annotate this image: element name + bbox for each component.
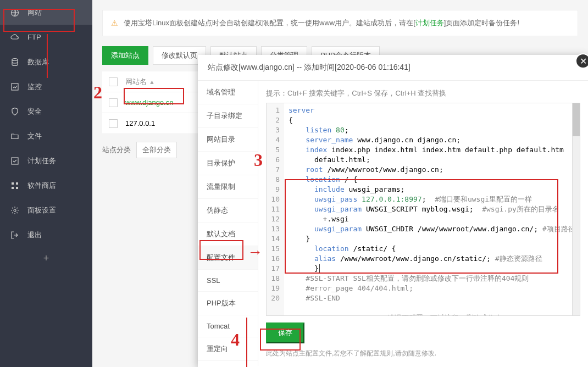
sidebar-item-label: 监控 bbox=[27, 82, 42, 92]
sidebar-item-label: 网站 bbox=[27, 8, 42, 18]
sidebar-item-label: 安全 bbox=[27, 107, 42, 116]
database-icon bbox=[10, 57, 20, 67]
sidebar-item-check[interactable]: 计划任务 bbox=[0, 148, 92, 173]
svg-rect-2 bbox=[12, 84, 18, 90]
dialog-tab[interactable]: 配置文件 bbox=[198, 246, 258, 270]
dialog-tab[interactable]: SSL bbox=[198, 270, 258, 292]
alert-text-post: ]页面添加定时备份任务! bbox=[444, 19, 519, 27]
config-tip: 此处为站点主配置文件,若您不了解配置规则,请勿随意修改. bbox=[266, 349, 580, 358]
check-icon bbox=[10, 156, 20, 166]
category-select[interactable]: 全部分类 bbox=[136, 142, 177, 158]
sidebar-item-globe[interactable]: 网站 bbox=[0, 0, 92, 25]
svg-rect-3 bbox=[12, 158, 18, 164]
svg-point-1 bbox=[12, 58, 18, 60]
grid-icon bbox=[10, 181, 20, 191]
config-editor[interactable]: 1234567891011121314151617181920 server{ … bbox=[266, 103, 580, 316]
save-button[interactable]: 保存 bbox=[266, 322, 304, 343]
svg-rect-7 bbox=[16, 187, 18, 189]
alert-banner: ⚠ 使用宝塔Linux面板创建站点时会自动创建权限配置，统一使用www用户。建站… bbox=[102, 10, 578, 36]
sidebar-item-exit[interactable]: 退出 bbox=[0, 223, 92, 247]
sidebar-item-label: 面板设置 bbox=[27, 205, 56, 215]
sidebar-item-database[interactable]: 数据库 bbox=[0, 49, 92, 74]
row-checkbox[interactable] bbox=[109, 98, 118, 107]
globe-icon bbox=[10, 8, 20, 18]
dialog-tab[interactable]: Tomcat bbox=[198, 315, 258, 337]
alert-text-pre: 使用宝塔Linux面板创建站点时会自动创建权限配置，统一使用www用户。建站成功… bbox=[124, 19, 415, 27]
exit-icon bbox=[10, 230, 20, 240]
select-all-checkbox[interactable] bbox=[109, 77, 118, 86]
sidebar-item-label: FTP bbox=[27, 33, 41, 41]
shield-icon bbox=[10, 107, 20, 116]
add-site-button[interactable]: 添加站点 bbox=[102, 46, 148, 65]
row-checkbox[interactable] bbox=[109, 119, 118, 128]
dialog-tab[interactable]: 域名管理 bbox=[198, 81, 258, 104]
sidebar-item-label: 软件商店 bbox=[27, 181, 56, 191]
sidebar-item-cloud[interactable]: FTP bbox=[0, 25, 92, 49]
warning-icon: ⚠ bbox=[111, 19, 118, 27]
save-row: 保存 bbox=[266, 316, 580, 343]
sidebar-item-chart[interactable]: 监控 bbox=[0, 74, 92, 99]
filter-label: 站点分类 bbox=[102, 145, 131, 155]
scrollbar-thumb[interactable] bbox=[573, 103, 580, 136]
svg-rect-6 bbox=[12, 187, 14, 189]
close-icon[interactable]: ✕ bbox=[575, 53, 588, 69]
folder-icon bbox=[10, 131, 20, 141]
dialog-tabs: 域名管理子目录绑定网站目录目录保护流量限制伪静态默认文档配置文件SSLPHP版本… bbox=[198, 81, 258, 366]
dialog-tab[interactable]: 子目录绑定 bbox=[198, 104, 258, 128]
svg-rect-5 bbox=[16, 182, 18, 185]
alert-link[interactable]: 计划任务 bbox=[415, 19, 444, 27]
sidebar-item-gear[interactable]: 面板设置 bbox=[0, 198, 92, 223]
dialog-tab[interactable]: 伪静态 bbox=[198, 199, 258, 223]
sidebar-item-label: 数据库 bbox=[27, 57, 49, 67]
svg-rect-4 bbox=[12, 182, 14, 185]
sidebar-add[interactable]: + bbox=[0, 247, 92, 270]
gear-icon bbox=[10, 205, 20, 215]
site-link[interactable]: www.django.cn bbox=[125, 98, 173, 107]
site-text[interactable]: 127.0.0.1 bbox=[125, 119, 155, 127]
col-site-name[interactable]: 网站名 bbox=[125, 77, 147, 87]
dialog-tab[interactable]: 目录保护 bbox=[198, 152, 258, 175]
editor-scrollbar[interactable] bbox=[572, 103, 580, 315]
dialog-content: 提示：Ctrl+F 搜索关键字，Ctrl+S 保存，Ctrl+H 查找替换 12… bbox=[258, 81, 588, 366]
dialog-tab[interactable]: 默认文档 bbox=[198, 223, 258, 246]
sidebar-item-label: 文件 bbox=[27, 131, 42, 141]
line-gutter: 1234567891011121314151617181920 bbox=[267, 103, 284, 315]
svg-point-8 bbox=[14, 209, 16, 212]
editor-hint: 提示：Ctrl+F 搜索关键字，Ctrl+S 保存，Ctrl+H 查找替换 bbox=[266, 88, 580, 98]
sidebar-item-shield[interactable]: 安全 bbox=[0, 99, 92, 124]
sidebar: 网站FTP数据库监控安全文件计划任务软件商店面板设置退出 + bbox=[0, 0, 92, 367]
code-area[interactable]: server{ listen 80; server_name www.djang… bbox=[284, 103, 580, 315]
chart-icon bbox=[10, 82, 20, 92]
sidebar-item-label: 退出 bbox=[27, 230, 42, 240]
dialog-title: 站点修改[www.django.cn] -- 添加时间[2020-06-06 0… bbox=[198, 55, 588, 81]
sidebar-item-folder[interactable]: 文件 bbox=[0, 124, 92, 148]
dialog-tab[interactable]: PHP版本 bbox=[198, 292, 258, 315]
site-edit-dialog: 站点修改[www.django.cn] -- 添加时间[2020-06-06 0… bbox=[198, 55, 588, 367]
sort-icon[interactable]: ▲ bbox=[149, 79, 155, 85]
sidebar-item-label: 计划任务 bbox=[27, 156, 56, 166]
dialog-tab[interactable]: 重定向 bbox=[198, 337, 258, 361]
dialog-tab[interactable]: 重定向(测试版) bbox=[198, 361, 258, 367]
dialog-tab[interactable]: 网站目录 bbox=[198, 128, 258, 152]
cloud-icon bbox=[10, 32, 20, 42]
sidebar-item-grid[interactable]: 软件商店 bbox=[0, 173, 92, 198]
dialog-tab[interactable]: 流量限制 bbox=[198, 175, 258, 199]
